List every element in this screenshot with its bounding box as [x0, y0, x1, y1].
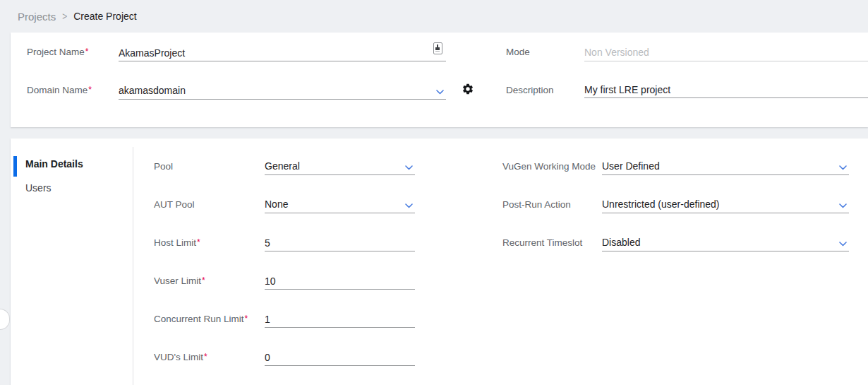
chevron-right-icon: >	[62, 10, 67, 23]
project-name-input[interactable]	[119, 47, 446, 59]
chevron-down-icon	[405, 203, 413, 208]
post-run-action-select[interactable]: Unrestricted (user-defined)	[602, 194, 849, 213]
concurrent-run-limit-label: Concurrent Run Limit*	[154, 314, 248, 324]
project-header-card: Project Name* Domain Name* akamasdomain …	[11, 32, 868, 127]
required-asterisk: *	[85, 47, 89, 57]
concurrent-run-limit-input[interactable]	[265, 314, 415, 325]
mode-field: Non Versioned	[584, 42, 868, 61]
vuds-limit-field	[265, 346, 415, 366]
required-asterisk: *	[245, 314, 248, 324]
chevron-down-icon	[839, 165, 847, 170]
project-details-card: Main Details Users Pool General AUT Pool…	[11, 138, 868, 385]
description-field	[584, 78, 868, 98]
pool-select[interactable]: General	[265, 155, 415, 175]
vuser-limit-label: Vuser Limit*	[154, 276, 205, 286]
mode-label: Mode	[506, 47, 530, 57]
recurrent-timeslot-select[interactable]: Disabled	[602, 232, 849, 251]
host-limit-field	[265, 232, 415, 251]
aut-pool-label: AUT Pool	[154, 199, 195, 210]
host-limit-input[interactable]	[265, 237, 415, 249]
host-limit-label: Host Limit*	[154, 237, 200, 248]
domain-name-select[interactable]: akamasdomain	[119, 80, 446, 100]
sidebar-divider	[133, 147, 133, 385]
required-asterisk: *	[88, 85, 92, 95]
description-input[interactable]	[584, 84, 868, 95]
breadcrumb: Projects > Create Project	[0, 0, 868, 32]
sidebar-item-main-details[interactable]: Main Details	[25, 158, 83, 170]
field-badge-icon	[433, 42, 442, 54]
chevron-down-icon	[405, 165, 413, 170]
domain-settings-gear-icon[interactable]	[462, 83, 474, 95]
vugen-working-mode-select[interactable]: User Defined	[602, 155, 849, 175]
chevron-down-icon	[839, 242, 847, 247]
breadcrumb-current-page: Create Project	[73, 11, 136, 22]
concurrent-run-limit-field	[265, 308, 415, 328]
recurrent-timeslot-label: Recurrent Timeslot	[502, 237, 582, 248]
vuds-limit-label: VUD's Limit*	[154, 352, 207, 362]
create-project-page: Projects > Create Project Project Name* …	[0, 0, 868, 385]
chevron-down-icon	[436, 90, 444, 95]
domain-name-label: Domain Name*	[27, 85, 92, 95]
project-name-field	[119, 42, 446, 61]
required-asterisk: *	[202, 276, 205, 285]
pool-label: Pool	[154, 161, 173, 172]
selected-item-accent-bar	[13, 156, 17, 177]
vuser-limit-field	[265, 270, 415, 290]
required-asterisk: *	[197, 237, 200, 247]
aut-pool-select[interactable]: None	[265, 194, 415, 213]
post-run-action-label: Post-Run Action	[502, 199, 571, 210]
required-asterisk: *	[204, 352, 207, 362]
vugen-working-mode-label: VuGen Working Mode	[502, 161, 596, 172]
breadcrumb-projects-link[interactable]: Projects	[18, 11, 56, 23]
sidebar-item-users[interactable]: Users	[25, 182, 52, 194]
project-name-label: Project Name*	[27, 47, 88, 57]
chevron-down-icon	[839, 203, 847, 208]
panel-collapse-handle[interactable]	[0, 309, 10, 330]
description-label: Description	[506, 85, 554, 95]
vuser-limit-input[interactable]	[265, 276, 415, 287]
vuds-limit-input[interactable]	[265, 352, 415, 363]
